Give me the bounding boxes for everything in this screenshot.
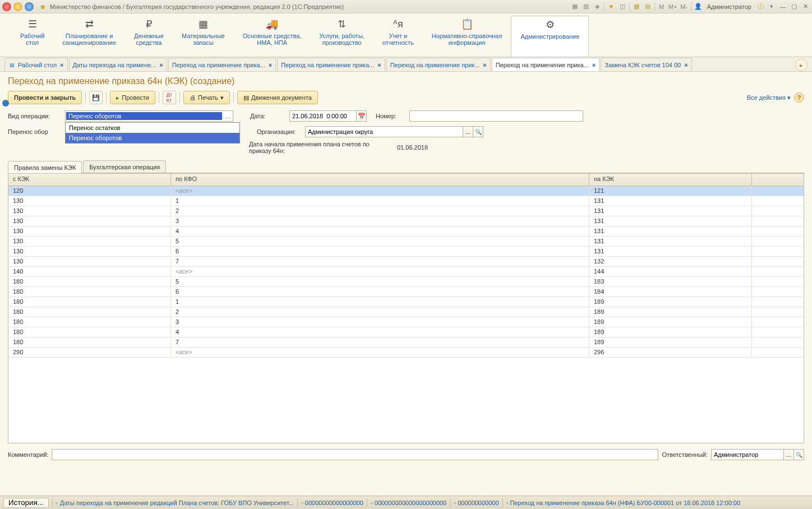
grid-cell: 180 [8,287,171,297]
grid-header-cell[interactable]: по КФО [171,174,589,186]
doc-tab-0[interactable]: 🖥Рабочий стол× [4,58,68,71]
table-row[interactable]: 1302131 [8,206,804,216]
section-item-3[interactable]: ▦Материальныезапасы [173,16,234,57]
grid-header-cell[interactable]: на КЭК [589,174,752,186]
toolbar-icon-1[interactable]: ▦ [570,2,579,11]
org-open-button[interactable]: 🔍 [473,126,483,137]
table-row[interactable]: 1802189 [8,307,804,317]
all-actions-link[interactable]: Все действия ▾ [747,94,791,101]
doc-tab-4[interactable]: Переход на применение прик...× [386,58,491,71]
number-field[interactable] [409,110,583,122]
save-button[interactable]: 💾 [89,91,103,104]
resp-select-button[interactable]: … [784,449,794,460]
table-row[interactable]: 1307132 [8,257,804,267]
toolbar-icon-4[interactable]: ◫ [618,2,627,11]
window-control-1[interactable] [2,2,11,11]
doc-tab-5[interactable]: Переход на применение прика...× [492,58,599,71]
history-button[interactable]: История... [3,498,49,508]
rules-grid[interactable]: с КЭКпо КФОна КЭК 120<все>12113011311302… [8,173,804,443]
section-item-6[interactable]: ᴬяУчет иотчетность [373,16,423,57]
forward-button[interactable]: ▸ [795,59,808,71]
window-control-3[interactable] [25,2,34,11]
dtkt-button[interactable]: ДтКт [163,91,176,104]
dropdown-item-0[interactable]: Перенос остатков [66,123,239,133]
statusbar-item-4[interactable]: ▫Переход на применение приказа 64н (НФА)… [506,499,741,506]
window-control-2[interactable] [13,2,22,11]
section-item-2[interactable]: ₽Денежныесредства [125,16,173,57]
date-picker-button[interactable]: 📅 [357,110,367,122]
table-row[interactable]: 1301131 [8,196,804,206]
movements-button[interactable]: ▤ Движения документа [237,91,318,104]
table-row[interactable]: 1804189 [8,327,804,337]
table-row[interactable]: 1305131 [8,237,804,247]
doc-tab-2[interactable]: Переход на применение прика...× [168,58,276,71]
minimize-button[interactable]: — [778,2,787,11]
subtab-1[interactable]: Бухгалтерская операция [83,160,166,173]
table-row[interactable]: 1805183 [8,277,804,287]
doc-tab-1[interactable]: Даты перехода на примене...× [69,58,167,71]
favorite-icon[interactable]: ★ [39,2,47,11]
dropdown-icon[interactable]: ▾ [767,2,776,11]
statusbar-item-1[interactable]: ▫00000000000000000 [301,499,363,506]
grid-header-cell[interactable]: с КЭК [8,174,171,186]
desktop-icon: 🖥 [8,62,15,68]
maximize-button[interactable]: ▢ [790,2,799,11]
table-row[interactable]: 290<все>296 [8,348,804,358]
mplus-icon[interactable]: M+ [668,2,677,11]
section-item-1[interactable]: ⇄Планирование исанкционирование [53,16,125,57]
table-row[interactable]: 140<все>144 [8,267,804,277]
table-row[interactable]: 120<все>121 [8,186,804,196]
m-icon[interactable]: M [657,2,666,11]
table-row[interactable]: 1803189 [8,317,804,327]
comment-field[interactable] [52,449,658,460]
statusbar-item-3[interactable]: ▫000000000000 [454,499,499,506]
calendar-icon[interactable]: ▤ [643,2,652,11]
close-icon[interactable]: × [377,62,381,68]
dropdown-item-1[interactable]: Перенос оборотов [66,133,239,143]
org-select-button[interactable]: … [463,126,473,137]
doc-tab-3[interactable]: Переход на применение прика...× [277,58,385,71]
post-button[interactable]: ▸Провести [110,91,155,104]
toolbar-icon-3[interactable]: ◈ [593,2,602,11]
resp-open-button[interactable]: 🔍 [794,449,804,460]
help-button[interactable]: ? [794,92,804,103]
info-icon[interactable]: ⓘ [756,2,765,11]
doc-tab-6[interactable]: Замена КЭК счетов 104 00× [601,58,691,71]
statusbar-item-0[interactable]: ▫Даты перехода на применение редакций Пл… [56,499,294,506]
statusbar-item-label: 000000000000000000000 [375,499,446,506]
close-icon[interactable]: × [269,62,272,68]
subtab-0[interactable]: Правила замены КЭК [8,161,82,173]
org-field[interactable] [305,126,463,137]
select-btn-icon[interactable]: … [223,113,233,119]
calc-icon[interactable]: ▦ [632,2,641,11]
close-icon[interactable]: × [60,62,63,68]
print-button[interactable]: 🖨 Печать ▾ [183,91,230,104]
star-icon[interactable]: ★ [607,2,616,11]
table-row[interactable]: 1806184 [8,287,804,297]
close-icon[interactable]: × [159,62,163,68]
grid-cell: 130 [8,196,171,206]
close-icon[interactable]: × [684,62,688,68]
section-item-5[interactable]: ⇅Услуги, работы,производство [311,16,373,57]
post-and-close-button[interactable]: Провести и закрыть [8,91,82,104]
grid-body[interactable]: 120<все>12113011311302131130313113041311… [8,186,804,443]
date-field[interactable] [289,110,357,122]
table-row[interactable]: 1801189 [8,297,804,307]
mminus-icon[interactable]: M- [680,2,689,11]
section-item-7[interactable]: 📋Нормативно-справочнаяинформация [423,16,511,57]
close-button[interactable]: ✕ [801,2,810,11]
table-row[interactable]: 1303131 [8,216,804,226]
table-row[interactable]: 1807189 [8,337,804,348]
section-item-0[interactable]: ☰Рабочийстол [11,16,53,57]
table-row[interactable]: 1304131 [8,226,804,237]
toolbar-icon-2[interactable]: ▥ [582,2,590,11]
op-type-select[interactable]: Перенос оборотов … Перенос остатковПерен… [65,110,233,122]
close-icon[interactable]: × [483,62,486,68]
statusbar-item-2[interactable]: ▫000000000000000000000 [371,499,446,506]
grid-cell: 131 [589,247,752,256]
close-icon[interactable]: × [592,62,596,68]
table-row[interactable]: 1306131 [8,247,804,257]
section-item-8[interactable]: ⚙Администрирование [511,16,589,57]
resp-field[interactable] [711,449,784,460]
section-item-4[interactable]: 🚚Основные средства,НМА, НПА [234,16,311,57]
